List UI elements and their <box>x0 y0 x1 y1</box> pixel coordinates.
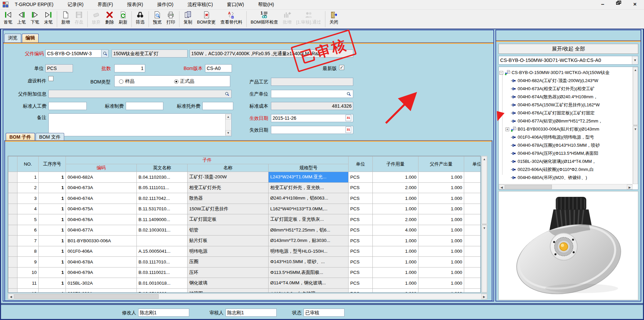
cell-code[interactable]: 001F0-406A <box>66 246 137 257</box>
cell-qty[interactable]: 1.000 <box>373 236 418 246</box>
cell-name[interactable]: 贴片灯板 <box>188 236 269 246</box>
remark-textarea[interactable]: ▲▼ <box>48 113 232 136</box>
toolbar-button-bom-check[interactable]: 1 BOM循环检查 <box>248 10 281 29</box>
cell-qty[interactable]: 1.000 <box>373 193 418 204</box>
scroll-thumb[interactable] <box>482 224 487 225</box>
cell-en-name[interactable]: B.01.0010018... <box>137 278 188 289</box>
cell-spec[interactable]: Ø8mm*H51*T2.25mm，铝6... <box>269 225 349 236</box>
cell-seq[interactable]: 1 <box>39 172 66 183</box>
cell-en-name[interactable]: B.02.1003031... <box>137 225 188 236</box>
parent-extra-search-button[interactable] <box>224 91 230 97</box>
cell-no[interactable]: 9 <box>17 257 39 268</box>
cell-code[interactable]: 004H0-673A <box>66 182 137 193</box>
scroll-up-icon[interactable]: ▲ <box>482 156 487 224</box>
cell-no[interactable]: 11 <box>17 278 39 289</box>
cell-spec[interactable]: Φ143*H10.5MM，喷砂、... <box>269 257 349 268</box>
row-indicator-cell[interactable] <box>8 278 17 289</box>
cell-qty[interactable]: 1.000 <box>373 246 418 257</box>
toolbar-button-discard[interactable]: 放弃 <box>89 10 103 29</box>
virtual-part-checkbox[interactable] <box>48 76 53 81</box>
cell-unit-qty[interactable] <box>464 182 481 193</box>
table-row[interactable]: 8 1 001F0-406A A.15.0005041... 明纬电源 明纬电源… <box>8 246 481 257</box>
cell-en-name[interactable]: B.04.1102030... <box>137 172 188 183</box>
col-header-parent-qty[interactable]: 父件产出量 <box>418 156 464 172</box>
effective-date-field[interactable]: 2015-11-26 <box>271 114 353 122</box>
toolbar-button-preview[interactable]: 预览 <box>151 10 164 29</box>
cell-unit[interactable]: PCS <box>349 172 373 183</box>
bom-version-dropdown[interactable]: CS-BYB-O-150MW-30D71-WCTKG-A0:CS-A0 ▼ <box>498 56 638 65</box>
tree-item[interactable]: 015BL-302A(钢化玻璃)(Ø114*T4.0MM， <box>499 158 596 165</box>
row-indicator-cell[interactable] <box>8 246 17 257</box>
cell-unit[interactable]: PCS <box>349 225 373 236</box>
cell-seq[interactable]: 1 <box>39 267 66 278</box>
cell-seq[interactable]: 1 <box>39 193 66 204</box>
cell-no[interactable]: 6 <box>17 225 39 236</box>
toolbar-button-nav-prev[interactable]: 上笔 <box>15 10 28 29</box>
cell-unit-qty[interactable] <box>464 236 481 246</box>
cell-no[interactable]: 2 <box>17 182 39 193</box>
tree-item[interactable]: + B01-BYB00330-006A(贴片灯板)(Ø143mm <box>499 126 599 133</box>
cell-name[interactable]: 工矿灯-顶盖-200W <box>188 172 269 183</box>
cell-parent-qty[interactable]: 1.000 <box>418 204 464 214</box>
cell-unit[interactable]: PCS <box>349 288 373 293</box>
tree-vertical-scrollbar[interactable]: ▲ ▼ <box>633 67 638 184</box>
minimize-button[interactable]: – <box>598 1 607 8</box>
cell-seq[interactable]: 1 <box>39 288 66 293</box>
row-indicator-cell[interactable] <box>8 236 17 246</box>
cell-parent-qty[interactable]: 1.000 <box>418 267 464 278</box>
cell-unit[interactable]: PCS <box>349 182 373 193</box>
cell-unit-qty[interactable] <box>464 214 481 225</box>
cell-parent-qty[interactable]: 1.000 <box>418 236 464 246</box>
tree-item[interactable]: 004H0-680A(吊环)(M20、铁镀锌、) <box>499 174 587 181</box>
cell-seq[interactable]: 1 <box>39 182 66 193</box>
tree-item[interactable]: 004H0-674A(散热器)(Ø240.4*H108mm， <box>499 93 598 101</box>
cell-seq[interactable]: 1 <box>39 278 66 289</box>
row-indicator-cell[interactable] <box>8 267 17 278</box>
cell-unit[interactable]: PCS <box>349 236 373 246</box>
toolbar-button-delete[interactable]: 删除 <box>103 10 116 29</box>
cell-qty[interactable]: 1.000 <box>373 172 418 183</box>
cell-code[interactable]: 004H0-674A <box>66 193 137 204</box>
cell-name[interactable]: 150W工矿灯悬挂件 <box>188 204 269 214</box>
cell-qty[interactable]: 2.000 <box>373 288 418 293</box>
col-header-qty[interactable]: 子件用量 <box>373 156 418 172</box>
cell-unit[interactable]: PCS <box>349 204 373 214</box>
toolbar-button-filter[interactable]: 筛选 <box>133 10 147 29</box>
menu-item-6[interactable]: 窗口(W) <box>226 1 245 8</box>
tree-horizontal-scrollbar[interactable]: ◀ ▶ <box>499 184 633 189</box>
cell-unit[interactable]: PCS <box>349 278 373 289</box>
table-row[interactable]: 3 1 004H0-674A B.02.1117042... 散热器 Ø240.… <box>8 193 481 204</box>
cell-unit-qty[interactable] <box>464 193 481 204</box>
cell-unit[interactable]: PCS <box>349 214 373 225</box>
cell-name[interactable]: 工矿灯固定板 <box>188 214 269 225</box>
cell-en-name[interactable]: B.02.1117042... <box>137 193 188 204</box>
prod-unit-field[interactable] <box>271 90 353 98</box>
col-header-unit-qty[interactable]: 单位用量 <box>464 156 481 172</box>
cell-unit-qty[interactable] <box>464 267 481 278</box>
cell-code[interactable]: B01-BYB00330-006A <box>66 236 137 246</box>
scroll-right-icon[interactable]: ▶ <box>627 184 633 189</box>
cell-en-name[interactable]: B.11.5317010... <box>137 204 188 214</box>
cell-seq[interactable]: 1 <box>39 236 66 246</box>
outsource-cost-input[interactable] <box>202 102 233 110</box>
tab-edit[interactable]: 编辑 <box>22 34 39 42</box>
cell-spec[interactable]: 工矿灯固定板，亚光铁灰... <box>269 214 349 225</box>
toolbar-button-nav-last[interactable]: 末笔 <box>42 10 55 29</box>
cell-unit-qty[interactable] <box>464 204 481 214</box>
cell-no[interactable]: 4 <box>17 204 39 214</box>
cell-qty[interactable]: 1.000 <box>373 204 418 214</box>
tree-item[interactable]: 004H0-677A(铝管)(Ø8mm*H51*T2.25mm， <box>499 117 603 125</box>
scroll-thumb[interactable] <box>633 125 638 126</box>
table-row[interactable]: 4 1 004H0-675A B.11.5317010... 150W工矿灯悬挂… <box>8 204 481 214</box>
labor-cost-input[interactable] <box>48 102 87 110</box>
expand-box-icon[interactable]: + <box>506 128 509 131</box>
cell-spec[interactable]: Ø240.4*H108mm，铝6063... <box>269 193 349 204</box>
col-header-no[interactable]: NO. <box>17 156 39 172</box>
cell-unit-qty[interactable] <box>464 225 481 236</box>
toolbar-button-batch-add[interactable]: 批增 <box>280 10 294 29</box>
table-row[interactable]: 1 1 004H0-682A B.04.1102030... 工矿灯-顶盖-20… <box>8 172 481 183</box>
cell-parent-qty[interactable]: 1.000 <box>418 214 464 225</box>
cell-parent-qty[interactable]: 1.000 <box>418 278 464 289</box>
cell-parent-qty[interactable]: 1.000 <box>418 288 464 293</box>
cell-spec[interactable]: L162*W40*H133*T3.0MM,... <box>269 204 349 214</box>
